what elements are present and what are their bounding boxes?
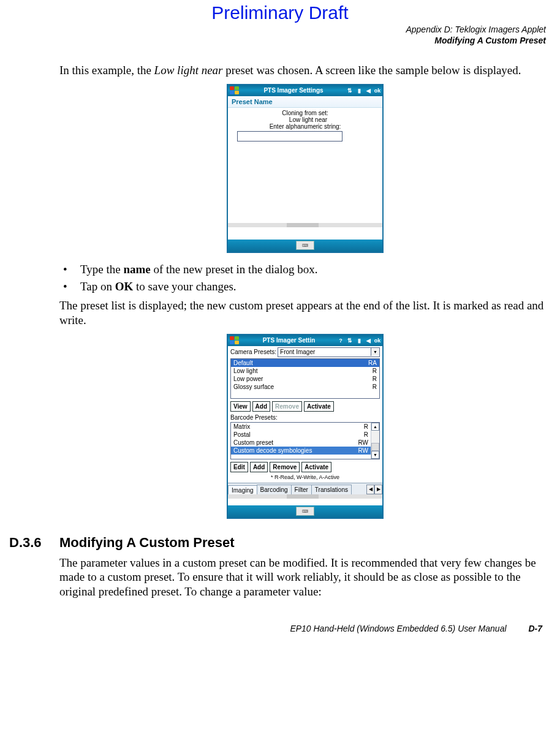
start-icon[interactable] <box>229 336 239 345</box>
remove-button[interactable]: Remove <box>270 462 300 472</box>
section-number: D.3.6 <box>9 535 59 551</box>
list-item: • Tap on OK to save your changes. <box>59 279 551 295</box>
network-icon[interactable]: ⇅ <box>346 337 354 344</box>
barcode-presets-listbox[interactable]: Matrix R Postal R Custom preset RW <box>230 422 380 459</box>
tab-bar: Imaging Barcoding Filter Translations ◀ … <box>228 483 382 494</box>
scroll-up-icon[interactable]: ▲ <box>371 423 379 431</box>
preset-flag: R <box>373 368 377 374</box>
scrollbar[interactable]: ▲ ▼ <box>371 423 379 459</box>
scroll-thumb[interactable] <box>287 223 319 227</box>
bottom-scroll-track[interactable] <box>228 494 382 499</box>
device-frame-1: PTS Imager Settings ⇅ ▮ ◀ ok Preset Name… <box>227 84 384 253</box>
view-button[interactable]: View <box>230 401 251 412</box>
list-item[interactable]: Matrix R <box>231 423 371 431</box>
network-icon[interactable]: ⇅ <box>346 87 354 94</box>
scroll-thumb[interactable] <box>287 494 319 499</box>
camera-presets-label: Camera Presets: <box>230 349 276 355</box>
tab-scroll-arrows: ◀ ▶ <box>366 485 382 494</box>
appendix-line-2: Modifying A Custom Preset <box>9 36 546 47</box>
scroll-thumb[interactable] <box>371 443 379 451</box>
paragraph-result: The preset list is displayed; the new cu… <box>59 298 551 328</box>
list-item[interactable]: Low power R <box>231 375 379 383</box>
keyboard-icon[interactable]: ⌨ <box>296 241 314 250</box>
alnum-prompt: Enter alphanumeric string: <box>231 123 379 130</box>
preset-flag: RW <box>358 439 368 446</box>
appendix-line-1: Appendix D: Teklogix Imagers Applet <box>9 25 546 36</box>
appendix-header: Appendix D: Teklogix Imagers Applet Modi… <box>9 25 546 46</box>
camera-presets-listbox[interactable]: Default RA Low light R Low power R Glo <box>230 358 380 399</box>
title-bar: PTS Imager Settings ⇅ ▮ ◀ ok <box>228 85 382 96</box>
app-title: PTS Imager Settin <box>241 337 337 344</box>
bullet-list: • Type the name of the new preset in the… <box>59 262 551 295</box>
preset-name-input[interactable] <box>237 131 342 142</box>
tab-right-icon[interactable]: ▶ <box>374 485 382 494</box>
camera-presets-select[interactable]: Front Imager ▼ <box>278 347 380 357</box>
speaker-icon[interactable]: ◀ <box>365 337 372 344</box>
text-italic: Low light near <box>154 64 223 77</box>
chevron-down-icon[interactable]: ▼ <box>371 348 379 356</box>
remove-button: Remove <box>272 401 302 412</box>
preset-name: Glossy surface <box>233 383 274 390</box>
tab-left-icon[interactable]: ◀ <box>366 485 374 494</box>
ok-button[interactable]: ok <box>374 87 381 94</box>
activate-button[interactable]: Activate <box>304 401 334 412</box>
list-item-text: Tap on OK to save your changes. <box>80 279 236 295</box>
preset-flag: R <box>373 383 377 390</box>
cloning-label: Cloning from set: <box>231 110 379 116</box>
keyboard-icon[interactable]: ⌨ <box>296 507 314 516</box>
preliminary-draft-heading: Preliminary Draft <box>9 2 551 23</box>
list-item[interactable]: Custom decode symbologies RW <box>231 447 371 455</box>
list-item[interactable]: Custom preset RW <box>231 439 371 447</box>
text: In this example, the <box>59 64 154 77</box>
cloning-source-value: Low light near <box>231 116 379 123</box>
battery-icon[interactable]: ▮ <box>355 337 363 344</box>
list-item[interactable]: Glossy surface R <box>231 383 379 391</box>
add-button[interactable]: Add <box>252 401 270 412</box>
app-title: PTS Imager Settings <box>241 87 346 94</box>
list-item[interactable]: Postal R <box>231 431 371 439</box>
preset-name: Matrix <box>233 423 250 430</box>
tab-translations[interactable]: Translations <box>311 485 352 494</box>
camera-presets-row: Camera Presets: Front Imager ▼ <box>228 346 382 357</box>
preset-name: Low power <box>233 376 263 382</box>
select-value: Front Imager <box>280 349 315 355</box>
edit-button[interactable]: Edit <box>230 462 248 472</box>
list-item: • Type the name of the new preset in the… <box>59 262 551 278</box>
list-item[interactable]: Default RA <box>231 359 379 367</box>
tab-barcoding[interactable]: Barcoding <box>257 485 292 494</box>
paragraph-section-body: The parameter values in a custom preset … <box>59 556 551 599</box>
preset-name: Custom decode symbologies <box>233 447 312 454</box>
preset-flag: R <box>364 423 368 430</box>
camera-button-row: View Add Remove Activate <box>228 400 382 413</box>
tab-imaging[interactable]: Imaging <box>228 485 257 495</box>
preset-flag: R <box>364 431 368 438</box>
add-button[interactable]: Add <box>250 462 268 472</box>
paragraph-intro: In this example, the Low light near pres… <box>59 63 551 78</box>
help-icon[interactable]: ? <box>337 337 344 344</box>
speaker-icon[interactable]: ◀ <box>365 87 372 94</box>
activate-button[interactable]: Activate <box>301 462 331 472</box>
title-bar-icons: ? ⇅ ▮ ◀ ok <box>337 337 381 344</box>
list-item-text: Type the name of the new preset in the d… <box>80 262 318 278</box>
page-number: D-7 <box>528 624 542 633</box>
start-icon[interactable] <box>229 86 239 95</box>
page-footer: EP10 Hand-Held (Windows Embedded 6.5) Us… <box>9 624 551 633</box>
barcode-presets-label: Barcode Presets: <box>228 413 382 421</box>
preset-name: Custom preset <box>233 439 273 446</box>
preset-name: Low light <box>233 368 257 374</box>
scroll-down-icon[interactable]: ▼ <box>371 451 379 459</box>
figure-preset-settings: PTS Imager Settin ? ⇅ ▮ ◀ ok Camera Pres… <box>59 334 551 519</box>
title-bar-icons: ⇅ ▮ ◀ ok <box>346 87 381 94</box>
preset-flag: R <box>373 376 377 382</box>
battery-icon[interactable]: ▮ <box>355 87 363 94</box>
ok-button[interactable]: ok <box>374 337 381 344</box>
tab-filter[interactable]: Filter <box>291 485 312 494</box>
bottom-scroll-track[interactable] <box>228 223 382 227</box>
preset-flag: RW <box>358 447 368 454</box>
text: preset was chosen. A screen like the sam… <box>223 64 521 77</box>
list-item <box>231 391 379 398</box>
list-item[interactable]: Low light R <box>231 367 379 375</box>
device-frame-2: PTS Imager Settin ? ⇅ ▮ ◀ ok Camera Pres… <box>227 334 384 519</box>
barcode-button-row: Edit Add Remove Activate <box>228 461 382 474</box>
dialog-body: Cloning from set: Low light near Enter a… <box>228 108 382 240</box>
